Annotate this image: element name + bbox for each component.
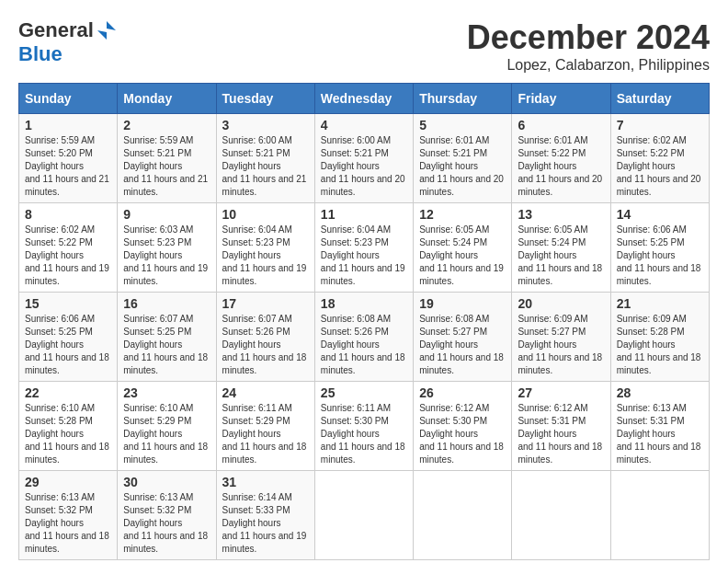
day-number: 20: [518, 296, 604, 311]
day-info: Sunrise: 6:08 AMSunset: 5:26 PMDaylight …: [321, 313, 407, 377]
day-info: Sunrise: 6:02 AMSunset: 5:22 PMDaylight …: [25, 224, 111, 288]
day-info: Sunrise: 6:02 AMSunset: 5:22 PMDaylight …: [617, 134, 703, 199]
svg-marker-0: [97, 21, 116, 40]
page-header: General Blue December 2024 Lopez, Calaba…: [18, 18, 710, 74]
day-info: Sunrise: 6:13 AMSunset: 5:32 PMDaylight …: [123, 491, 210, 556]
day-info: Sunrise: 6:03 AMSunset: 5:23 PMDaylight …: [123, 224, 210, 288]
day-number: 3: [222, 118, 309, 132]
day-cell: 14Sunrise: 6:06 AMSunset: 5:25 PMDayligh…: [610, 203, 709, 293]
day-info: Sunrise: 6:06 AMSunset: 5:25 PMDaylight …: [617, 224, 703, 288]
day-info: Sunrise: 6:07 AMSunset: 5:26 PMDaylight …: [222, 313, 309, 377]
day-number: 27: [518, 385, 604, 400]
day-number: 21: [617, 296, 703, 311]
day-number: 10: [222, 207, 309, 222]
day-info: Sunrise: 6:00 AMSunset: 5:21 PMDaylight …: [321, 134, 407, 199]
calendar-table: SundayMondayTuesdayWednesdayThursdayFrid…: [18, 83, 710, 560]
header-saturday: Saturday: [610, 84, 709, 114]
day-info: Sunrise: 6:08 AMSunset: 5:27 PMDaylight …: [419, 313, 506, 377]
header-tuesday: Tuesday: [216, 84, 314, 114]
day-cell: [512, 471, 610, 560]
logo-icon: [96, 19, 118, 41]
header-friday: Friday: [512, 84, 610, 114]
day-cell: 3Sunrise: 6:00 AMSunset: 5:21 PMDaylight…: [216, 114, 314, 203]
day-number: 1: [25, 118, 111, 132]
day-info: Sunrise: 6:05 AMSunset: 5:24 PMDaylight …: [419, 224, 506, 288]
week-row-4: 22Sunrise: 6:10 AMSunset: 5:28 PMDayligh…: [19, 382, 710, 471]
day-cell: 15Sunrise: 6:06 AMSunset: 5:25 PMDayligh…: [19, 293, 118, 382]
logo-blue-text: Blue: [18, 42, 63, 65]
header-thursday: Thursday: [414, 84, 512, 114]
day-cell: 28Sunrise: 6:13 AMSunset: 5:31 PMDayligh…: [610, 382, 709, 471]
day-number: 28: [617, 385, 703, 400]
day-cell: 26Sunrise: 6:12 AMSunset: 5:30 PMDayligh…: [414, 382, 512, 471]
day-cell: 27Sunrise: 6:12 AMSunset: 5:31 PMDayligh…: [512, 382, 610, 471]
day-cell: 4Sunrise: 6:00 AMSunset: 5:21 PMDaylight…: [314, 114, 413, 203]
day-number: 24: [222, 385, 309, 400]
day-cell: 23Sunrise: 6:10 AMSunset: 5:29 PMDayligh…: [118, 382, 216, 471]
day-cell: [414, 471, 512, 560]
day-cell: 30Sunrise: 6:13 AMSunset: 5:32 PMDayligh…: [118, 471, 216, 560]
day-cell: 17Sunrise: 6:07 AMSunset: 5:26 PMDayligh…: [216, 293, 314, 382]
day-cell: 16Sunrise: 6:07 AMSunset: 5:25 PMDayligh…: [118, 293, 216, 382]
day-cell: 31Sunrise: 6:14 AMSunset: 5:33 PMDayligh…: [216, 471, 314, 560]
day-info: Sunrise: 6:09 AMSunset: 5:28 PMDaylight …: [617, 313, 703, 377]
day-number: 4: [321, 118, 407, 132]
day-number: 9: [123, 207, 210, 222]
day-info: Sunrise: 6:06 AMSunset: 5:25 PMDaylight …: [25, 313, 111, 377]
day-info: Sunrise: 6:04 AMSunset: 5:23 PMDaylight …: [321, 224, 407, 288]
day-number: 18: [321, 296, 407, 311]
day-cell: [314, 471, 413, 560]
day-number: 26: [419, 385, 506, 400]
month-title: December 2024: [467, 18, 710, 57]
day-number: 29: [25, 475, 111, 489]
day-info: Sunrise: 6:12 AMSunset: 5:31 PMDaylight …: [518, 402, 604, 466]
day-cell: 25Sunrise: 6:11 AMSunset: 5:30 PMDayligh…: [314, 382, 413, 471]
header-wednesday: Wednesday: [314, 84, 413, 114]
day-cell: 6Sunrise: 6:01 AMSunset: 5:22 PMDaylight…: [512, 114, 610, 203]
day-info: Sunrise: 6:14 AMSunset: 5:33 PMDaylight …: [222, 491, 309, 556]
day-info: Sunrise: 6:13 AMSunset: 5:32 PMDaylight …: [25, 491, 111, 556]
day-number: 8: [25, 207, 111, 222]
day-cell: 5Sunrise: 6:01 AMSunset: 5:21 PMDaylight…: [414, 114, 512, 203]
day-number: 14: [617, 207, 703, 222]
week-row-1: 1Sunrise: 5:59 AMSunset: 5:20 PMDaylight…: [19, 114, 710, 203]
day-cell: 19Sunrise: 6:08 AMSunset: 5:27 PMDayligh…: [414, 293, 512, 382]
day-cell: 22Sunrise: 6:10 AMSunset: 5:28 PMDayligh…: [19, 382, 118, 471]
calendar-body: 1Sunrise: 5:59 AMSunset: 5:20 PMDaylight…: [19, 114, 710, 560]
day-number: 15: [25, 296, 111, 311]
day-number: 25: [321, 385, 407, 400]
day-cell: 21Sunrise: 6:09 AMSunset: 5:28 PMDayligh…: [610, 293, 709, 382]
day-info: Sunrise: 6:00 AMSunset: 5:21 PMDaylight …: [222, 134, 309, 199]
week-row-2: 8Sunrise: 6:02 AMSunset: 5:22 PMDaylight…: [19, 203, 710, 293]
day-number: 13: [518, 207, 604, 222]
day-info: Sunrise: 5:59 AMSunset: 5:20 PMDaylight …: [25, 134, 111, 199]
day-info: Sunrise: 6:10 AMSunset: 5:28 PMDaylight …: [25, 402, 111, 466]
day-info: Sunrise: 6:04 AMSunset: 5:23 PMDaylight …: [222, 224, 309, 288]
day-info: Sunrise: 6:13 AMSunset: 5:31 PMDaylight …: [617, 402, 703, 466]
day-cell: 18Sunrise: 6:08 AMSunset: 5:26 PMDayligh…: [314, 293, 413, 382]
day-cell: 11Sunrise: 6:04 AMSunset: 5:23 PMDayligh…: [314, 203, 413, 293]
day-cell: 13Sunrise: 6:05 AMSunset: 5:24 PMDayligh…: [512, 203, 610, 293]
day-cell: 1Sunrise: 5:59 AMSunset: 5:20 PMDaylight…: [19, 114, 118, 203]
day-number: 7: [617, 118, 703, 132]
logo-general-text: General: [18, 18, 94, 42]
week-row-3: 15Sunrise: 6:06 AMSunset: 5:25 PMDayligh…: [19, 293, 710, 382]
title-section: December 2024 Lopez, Calabarzon, Philipp…: [467, 18, 710, 74]
day-number: 17: [222, 296, 309, 311]
header-monday: Monday: [118, 84, 216, 114]
day-cell: 20Sunrise: 6:09 AMSunset: 5:27 PMDayligh…: [512, 293, 610, 382]
day-info: Sunrise: 6:01 AMSunset: 5:22 PMDaylight …: [518, 134, 604, 199]
day-info: Sunrise: 6:12 AMSunset: 5:30 PMDaylight …: [419, 402, 506, 466]
day-info: Sunrise: 6:11 AMSunset: 5:30 PMDaylight …: [321, 402, 407, 466]
week-row-5: 29Sunrise: 6:13 AMSunset: 5:32 PMDayligh…: [19, 471, 710, 560]
day-cell: 9Sunrise: 6:03 AMSunset: 5:23 PMDaylight…: [118, 203, 216, 293]
day-cell: 10Sunrise: 6:04 AMSunset: 5:23 PMDayligh…: [216, 203, 314, 293]
day-info: Sunrise: 6:11 AMSunset: 5:29 PMDaylight …: [222, 402, 309, 466]
location: Lopez, Calabarzon, Philippines: [467, 57, 710, 74]
day-number: 11: [321, 207, 407, 222]
day-info: Sunrise: 5:59 AMSunset: 5:21 PMDaylight …: [123, 134, 210, 199]
day-number: 30: [123, 475, 210, 489]
day-number: 31: [222, 475, 309, 489]
day-cell: 7Sunrise: 6:02 AMSunset: 5:22 PMDaylight…: [610, 114, 709, 203]
day-cell: 24Sunrise: 6:11 AMSunset: 5:29 PMDayligh…: [216, 382, 314, 471]
